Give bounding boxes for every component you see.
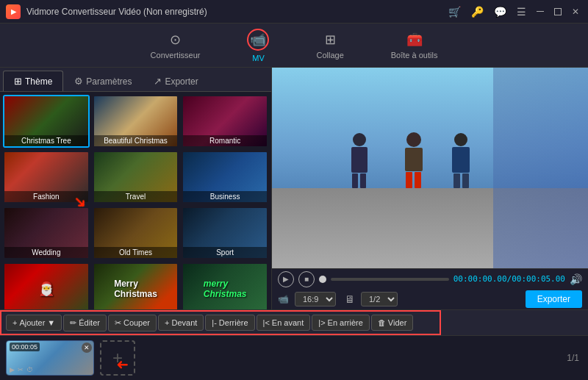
left-panel: ⊞ Thème ⚙ Paramètres ↗ Exporter Christma… (0, 68, 272, 309)
nav-mv[interactable]: 📹 MV (238, 26, 278, 65)
clip-clock-icon[interactable]: ⏱ (26, 366, 33, 373)
theme-label-sport: Sport (183, 247, 267, 258)
key-icon[interactable]: 🔑 (468, 4, 487, 19)
video-icon: 📹 (278, 294, 289, 304)
en-arriere-icon: |> (318, 318, 325, 327)
ajouter-button[interactable]: + Ajouter ▼ (6, 315, 62, 331)
nav-collage-label: Collage (316, 51, 343, 60)
clip-time-label: 00:00:05 (10, 343, 40, 351)
theme-item-beautiful-christmas[interactable]: Beautiful Christmas (93, 95, 179, 148)
time-display: 00:00:00.00/00:00:05.00 (453, 274, 565, 284)
theme-item-wedding[interactable]: Wedding (3, 207, 90, 259)
mv-icon-wrap: 📹 (247, 29, 269, 51)
theme-item-travel[interactable]: Travel (93, 151, 179, 204)
theme-item-xmas2[interactable]: MerryChristmas (93, 262, 179, 309)
mv-icon: 📹 (250, 32, 266, 48)
progress-bar[interactable] (331, 278, 449, 281)
couper-label: Couper (123, 318, 150, 327)
main-area: ⊞ Thème ⚙ Paramètres ↗ Exporter Christma… (0, 68, 588, 309)
theme-item-business[interactable]: Business (182, 151, 268, 204)
tab-export-label: Exporter (165, 76, 198, 87)
derriere-label: Derrière (219, 318, 248, 327)
en-arriere-button[interactable]: |> En arrière (312, 315, 370, 331)
devant-button[interactable]: + Devant (158, 315, 204, 331)
theme-label-romantic: Romantic (183, 135, 267, 146)
vider-label: Vider (388, 318, 406, 327)
vider-icon: 🗑 (378, 318, 386, 327)
en-arriere-label: En arrière (328, 318, 363, 327)
theme-item-christmas-tree[interactable]: Christmas Tree (3, 95, 90, 148)
convertisseur-icon: ⊙ (170, 32, 181, 48)
cart-icon[interactable]: 🛒 (445, 4, 464, 19)
derriere-button[interactable]: |- Derrière (205, 315, 254, 331)
size-select[interactable]: 1/2 (361, 292, 398, 306)
preview-area (272, 68, 588, 268)
theme-item-sport[interactable]: Sport (182, 207, 268, 259)
clip-controls: ▶ ✂ ⏱ (10, 366, 33, 373)
theme-label-business: Business (183, 191, 267, 202)
couper-icon: ✂ (115, 318, 121, 328)
tab-export[interactable]: ↗ Exporter (143, 71, 209, 91)
tab-theme[interactable]: ⊞ Thème (3, 71, 63, 91)
app-title: Vidmore Convertisseur Vidéo (Non enregis… (26, 7, 445, 17)
playhead[interactable] (319, 276, 326, 283)
theme-item-old-times[interactable]: Old Times (93, 207, 179, 259)
bottom-toolbar: + Ajouter ▼ ✏ Éditer ✂ Couper + Devant |… (0, 309, 588, 336)
app-logo: ▶ (6, 4, 21, 19)
time-total: 00:00:05.00 (512, 274, 565, 284)
en-avant-label: En avant (272, 318, 304, 327)
top-nav: ⊙ Convertisseur 📹 MV ⊞ Collage 🧰 Boîte à… (0, 24, 588, 68)
theme-item-romantic[interactable]: Romantic (182, 95, 268, 148)
aspect-ratio-select[interactable]: 16:9 (295, 292, 336, 306)
controls-row2: 📹 16:9 🖥 1/2 Exporter (278, 290, 582, 308)
playback-row: ▶ ■ 00:00:00.00/00:00:05.00 🔊 (278, 271, 582, 287)
timeline: 00:00:05 ✕ ▶ ✂ ⏱ + ➜ 1/1 (0, 336, 588, 380)
play-button[interactable]: ▶ (278, 271, 294, 287)
nav-collage[interactable]: ⊞ Collage (307, 29, 352, 62)
clip-close-button[interactable]: ✕ (82, 343, 92, 353)
theme-label-fashion: Fashion (4, 191, 88, 202)
theme-label-beautiful-christmas: Beautiful Christmas (94, 135, 178, 146)
couper-button[interactable]: ✂ Couper (108, 315, 157, 331)
volume-icon[interactable]: 🔊 (570, 273, 582, 285)
nav-boite-label: Boîte à outils (391, 51, 438, 60)
theme-item-xmas3[interactable]: merryChristmas (182, 262, 268, 309)
maximize-btn[interactable] (554, 8, 562, 15)
close-btn[interactable]: ✕ (572, 7, 579, 17)
ajouter-icon: + (12, 318, 17, 327)
minimize-btn[interactable] (537, 11, 544, 12)
theme-thumb-xmas3: merryChristmas (183, 264, 267, 309)
derriere-icon: |- (212, 318, 217, 327)
vider-button[interactable]: 🗑 Vider (371, 315, 413, 331)
title-bar: ▶ Vidmore Convertisseur Vidéo (Non enreg… (0, 0, 588, 24)
theme-item-xmas1[interactable]: 🎅 (3, 262, 90, 309)
devant-label: Devant (171, 318, 197, 327)
editer-button[interactable]: ✏ Éditer (63, 315, 107, 331)
export-button[interactable]: Exporter (526, 290, 582, 308)
page-total: 1 (574, 353, 579, 363)
arrow-annotation: ➜ (116, 356, 129, 374)
editer-label: Éditer (79, 318, 100, 327)
menu-icon[interactable]: ☰ (514, 4, 529, 19)
stop-button[interactable]: ■ (298, 271, 315, 287)
clip-play-icon[interactable]: ▶ (10, 366, 15, 373)
monitor-icon: 🖥 (345, 293, 355, 305)
timeline-clip[interactable]: 00:00:05 ✕ ▶ ✂ ⏱ (6, 340, 94, 376)
chat-icon[interactable]: 💬 (491, 4, 509, 19)
nav-convertisseur-label: Convertisseur (151, 51, 201, 60)
theme-item-fashion[interactable]: Fashion (3, 151, 90, 204)
nav-mv-label: MV (252, 54, 265, 62)
en-avant-button[interactable]: |< En avant (257, 315, 311, 331)
export-tab-icon: ↗ (154, 76, 162, 87)
clip-scissors-icon[interactable]: ✂ (18, 366, 24, 373)
page-current: 1 (567, 353, 572, 363)
page-counter: 1/1 (567, 353, 579, 363)
right-panel: ▶ ■ 00:00:00.00/00:00:05.00 🔊 📹 16:9 🖥 (272, 68, 588, 309)
controls-bar: ▶ ■ 00:00:00.00/00:00:05.00 🔊 📹 16:9 🖥 (272, 268, 588, 309)
theme-label-travel: Travel (94, 191, 178, 202)
devant-icon: + (165, 318, 169, 327)
nav-convertisseur[interactable]: ⊙ Convertisseur (142, 29, 209, 62)
nav-boite[interactable]: 🧰 Boîte à outils (382, 29, 447, 62)
tab-params[interactable]: ⚙ Paramètres (63, 71, 143, 91)
en-avant-icon: |< (263, 318, 270, 327)
